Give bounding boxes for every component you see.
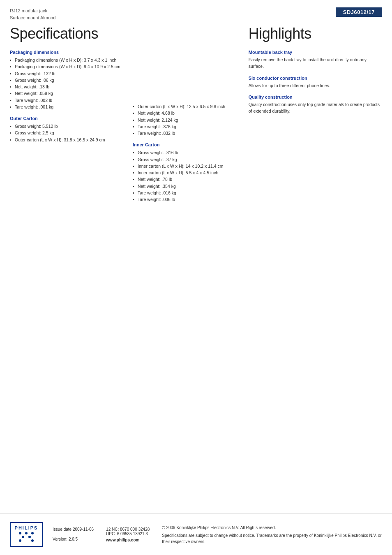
list-item: Nett weight: .354 kg — [133, 183, 240, 190]
list-item: Tare weight: .002 lb — [10, 97, 129, 104]
list-item: Tare weight: .832 lb — [133, 130, 240, 136]
product-info: RJ12 modular jack Surface mount Almond — [10, 7, 55, 21]
highlight-item: Six conductor constructionAllows for up … — [249, 76, 382, 89]
list-item: Tare weight: .376 kg — [133, 123, 240, 130]
page-header: RJ12 modular jack Surface mount Almond S… — [0, 0, 392, 21]
footer: PHILIPS Issue date 2009-11-06 Version: 2… — [0, 513, 392, 555]
list-item: Inner carton (L x W x H): 5.5 x 4 x 4.5 … — [133, 169, 240, 176]
list-item: Gross weight: 2.5 kg — [10, 130, 129, 136]
col-highlights: HighlightsMountable back trayEasily remo… — [244, 25, 382, 206]
highlights-title: Highlights — [249, 25, 382, 42]
highlight-item-text: Easily remove the back tray to install t… — [249, 56, 382, 70]
col-specs-right: Outer carton (L x W x H): 12.5 x 6.5 x 9… — [133, 25, 244, 206]
highlight-item-title: Mountable back tray — [249, 50, 382, 55]
highlight-item-title: Quality construction — [249, 95, 382, 99]
copyright-text: © 2009 Koninklijke Philips Electronics N… — [162, 525, 382, 531]
list-item: Tare weight: .036 lb — [133, 196, 240, 203]
list-item: Gross weight: .06 kg — [10, 77, 129, 83]
packaging-title: Packaging dimensions — [10, 50, 129, 55]
version: Version: 2.0.5 — [53, 536, 94, 542]
highlight-item-text: Quality construction uses only top grade… — [249, 101, 382, 115]
list-item: Nett weight: 4.68 lb — [133, 110, 240, 116]
svg-point-5 — [22, 536, 24, 538]
main-content: SpecificationsPackaging dimensionsPackag… — [0, 25, 392, 206]
list-item: Outer carton (L x W x H): 12.5 x 6.5 x 9… — [133, 103, 240, 110]
list-item: Nett weight: .78 lb — [133, 176, 240, 183]
svg-point-2 — [19, 532, 21, 534]
list-item: Tare weight: .016 kg — [133, 190, 240, 196]
svg-point-8 — [31, 539, 34, 542]
outer-carton-right-list: Outer carton (L x W x H): 12.5 x 6.5 x 9… — [133, 103, 240, 136]
list-item: Gross weight: .816 lb — [133, 149, 240, 156]
legal-text: Specifications are subject to change wit… — [162, 532, 382, 545]
specifications-title: Specifications — [10, 25, 129, 42]
footer-legal: © 2009 Koninklijke Philips Electronics N… — [162, 525, 382, 545]
issue-date: Issue date 2009-11-06 — [53, 527, 94, 532]
footer-meta: Issue date 2009-11-06 Version: 2.0.5 — [53, 527, 94, 542]
footer-nc: 12 NC: 8670 000 32428 UPC: 6 09585 13921… — [106, 527, 150, 542]
list-item: Nett weight: 2.124 kg — [133, 117, 240, 123]
inner-carton-list: Gross weight: .816 lbGross weight: .37 k… — [133, 149, 240, 203]
highlight-item: Mountable back trayEasily remove the bac… — [249, 50, 382, 70]
website[interactable]: www.philips.com — [106, 538, 150, 542]
list-item: Gross weight: 5.512 lb — [10, 123, 129, 130]
list-item: Tare weight: .001 kg — [10, 104, 129, 110]
highlight-item-text: Allows for up to three different phone l… — [249, 82, 382, 89]
svg-point-4 — [31, 532, 34, 534]
svg-text:PHILIPS: PHILIPS — [15, 525, 38, 530]
product-subtitle: Surface mount Almond — [10, 14, 55, 21]
list-item: Outer carton (L x W x H): 31.8 x 16.5 x … — [10, 136, 129, 143]
svg-point-7 — [19, 539, 21, 542]
svg-point-3 — [25, 532, 28, 534]
list-item: Packaging dimensions (W x H x D): 3.7 x … — [10, 57, 129, 63]
list-item: Nett weight: .059 kg — [10, 90, 129, 97]
product-name: RJ12 modular jack — [10, 7, 55, 14]
list-item: Nett weight: .13 lb — [10, 83, 129, 90]
packaging-list: Packaging dimensions (W x H x D): 3.7 x … — [10, 57, 129, 110]
upc-label: UPC: 6 09585 13921 3 — [106, 532, 150, 536]
highlight-item: Quality constructionQuality construction… — [249, 95, 382, 115]
model-number: SDJ6012/17 — [336, 7, 382, 17]
col-specs-left: SpecificationsPackaging dimensionsPackag… — [10, 25, 133, 206]
list-item: Packaging dimensions (W x H x D): 9.4 x … — [10, 63, 129, 70]
list-item: Gross weight: .132 lb — [10, 70, 129, 77]
outer-carton-list: Gross weight: 5.512 lbGross weight: 2.5 … — [10, 123, 129, 143]
highlight-item-title: Six conductor construction — [249, 76, 382, 81]
outer-carton-title: Outer Carton — [10, 116, 129, 121]
svg-point-6 — [28, 536, 31, 538]
list-item: Inner carton (L x W x H): 14 x 10.2 x 11… — [133, 163, 240, 169]
list-item: Gross weight: .37 kg — [133, 156, 240, 163]
nc-label: 12 NC: 8670 000 32428 — [106, 527, 150, 532]
inner-carton-title: Inner Carton — [133, 142, 240, 147]
philips-logo: PHILIPS — [10, 522, 43, 547]
